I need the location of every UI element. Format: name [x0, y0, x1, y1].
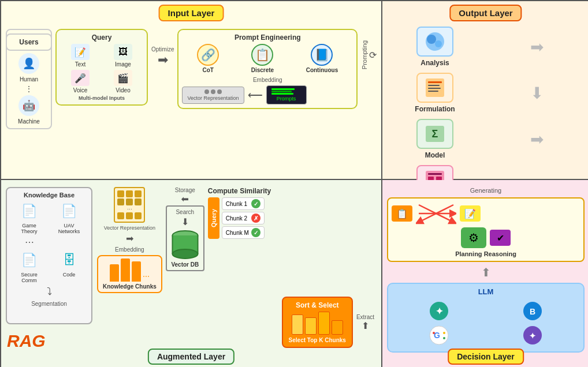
svg-text:✦: ✦: [529, 331, 536, 340]
decision-layer-panel: Decision Layer Generating 📋: [382, 180, 588, 367]
svg-point-1: [427, 35, 436, 44]
continuous-icon: 📘: [311, 44, 333, 66]
prompt-eng-box: Prompt Engineering 🔗 CoT 📋 Discrete 📘: [177, 29, 358, 109]
output-layer-panel: Output Layer Analysis ➡: [382, 1, 588, 180]
planning-icons-row: 📋: [392, 202, 580, 225]
svg-point-18: [172, 249, 198, 259]
svg-rect-5: [428, 85, 440, 86]
svg-text:B: B: [530, 307, 535, 316]
output-arrow-1: ➡: [489, 27, 585, 67]
discrete-label: Discrete: [251, 67, 274, 73]
code-icon: 🗄: [60, 250, 79, 271]
chunk-2: Chunk 2 ✗: [222, 212, 265, 224]
kb-game-theory: 📄 GameTheory: [10, 201, 48, 234]
optimize-arrow-group: Optimize ➡: [151, 29, 174, 68]
query-box: Query 📝 Text 🖼 Image 🎤 Voice: [55, 29, 148, 106]
knowledge-chunks-group: ⋯ Vector Representation ⬆ Embedding: [97, 187, 162, 293]
planning-icon-2: 📝: [460, 205, 481, 222]
planning-box: 📋: [387, 197, 585, 262]
compute-similarity-group: Compute Similarity Query Chunk 1 ✓: [208, 187, 271, 239]
output-model: Σ Model: [387, 119, 483, 159]
kb-uav-networks: 📄 UAVNetworks: [50, 201, 88, 234]
prompt-eng-title: Prompt Engineering: [182, 33, 353, 42]
kb-code: 🗄 Code: [50, 250, 88, 283]
dec-content: Generating 📋: [387, 187, 585, 342]
sort-stack: [292, 312, 343, 335]
vector-repr-input: Vector Representation: [182, 87, 244, 104]
llm-title: LLM: [392, 287, 580, 296]
query-item-text: 📝 Text: [60, 44, 101, 68]
prompts-label: Prompts: [271, 96, 302, 102]
continuous-item: 📘 Continuous: [306, 44, 338, 73]
segmentation-label: Segmentation: [31, 301, 67, 307]
text-label: Text: [75, 61, 85, 68]
query-item-image: 🖼 Image: [103, 44, 143, 68]
kc-bar-2: [121, 259, 130, 282]
output-formulation: Formulation: [387, 73, 483, 113]
sort-select-box: Sort & Select Select Top K Chunks: [282, 297, 353, 348]
voice-icon: 🎤: [71, 70, 90, 86]
vector-db-svg: [169, 229, 201, 260]
query-title: Query: [60, 33, 143, 42]
kc-bar-3: [132, 261, 141, 282]
image-label: Image: [115, 61, 131, 68]
svg-rect-4: [428, 81, 442, 83]
chunk-m-check: ✓: [251, 228, 260, 237]
machine-icon: 🤖: [18, 95, 39, 116]
output-arrow-2: ⬇: [489, 73, 585, 113]
secure-comm-label: SecureComm: [21, 272, 38, 283]
output-layer-title: Output Layer: [449, 5, 522, 21]
augmented-layer-title: Augmented Layer: [148, 349, 235, 365]
query-item-video: 🎬 Video: [103, 70, 143, 93]
prompting-container: Prompting ⟳: [361, 29, 377, 69]
secure-comm-icon: 📄: [20, 250, 39, 271]
aug-top-row: ⋯ Vector Representation ⬆ Embedding: [97, 187, 377, 293]
knowledge-chunks-box: ⋯ Knowledge Chunks: [97, 255, 162, 293]
human-label: Human: [20, 76, 38, 83]
game-theory-label: GameTheory: [21, 223, 37, 234]
kc-bars: ⋯: [110, 259, 150, 282]
query-items: 📝 Text 🖼 Image 🎤 Voice 🎬: [60, 44, 143, 93]
vector-db-group: Storage ⬆ Search ⬇: [166, 187, 204, 271]
kb-items: 📄 GameTheory 📄 UAVNetworks ⋯ 📄 SecureCom…: [10, 201, 88, 283]
uav-icon: 📄: [60, 201, 79, 222]
rag-label: RAG: [7, 331, 46, 351]
machine-label: Machine: [18, 118, 40, 125]
svg-rect-6: [428, 88, 441, 89]
discrete-icon: 📋: [251, 44, 273, 66]
chunk-m-label: Chunk M: [226, 230, 249, 236]
embedding-label-input: Embedding: [253, 77, 282, 83]
search-label: Search: [176, 209, 194, 215]
llm-icon-other: ✦: [487, 325, 578, 346]
code-label: Code: [63, 272, 76, 278]
chunk-1: Chunk 1 ✓: [222, 197, 265, 210]
cot-icon: 🔗: [197, 44, 219, 66]
seg-arrow-group: ⤵ Segmentation: [10, 286, 88, 308]
users-title: Users: [6, 33, 52, 51]
llm-icon-google: G: [394, 325, 484, 346]
llm-icon-openai: ✦: [394, 301, 484, 321]
svg-point-32: [443, 337, 445, 339]
storage-label: Storage: [175, 187, 195, 193]
model-label: Model: [425, 151, 445, 159]
planning-icon-middle: ⚙ ✔: [461, 227, 511, 248]
knowledge-base-box: Knowledge Base 📄 GameTheory 📄 UAVNetwork…: [6, 187, 92, 324]
extract-label: Extract: [356, 314, 374, 320]
vector-db-label: Vector DB: [171, 261, 199, 268]
chunk-2-check: ✗: [251, 214, 260, 223]
input-layer-panel: Input Layer Users 👤 Human ⋮ 🤖 Machine Qu…: [1, 1, 382, 180]
prompting-label: Prompting: [361, 40, 368, 69]
cot-item: 🔗 CoT: [197, 44, 219, 73]
decision-layer-title: Decision Layer: [448, 349, 524, 365]
cot-label: CoT: [202, 67, 213, 73]
human-icon: 👤: [18, 53, 39, 74]
llm-icon-bing: B: [487, 301, 578, 321]
svg-point-31: [443, 332, 445, 334]
aug-content: Knowledge Base 📄 GameTheory 📄 UAVNetwork…: [6, 187, 377, 342]
game-theory-icon: 📄: [20, 201, 39, 222]
formulation-icon: [416, 73, 453, 103]
knowledge-chunks-label: Knowledge Chunks: [103, 283, 157, 290]
analysis-icon: [416, 27, 453, 57]
planning-icon-1: 📋: [392, 205, 412, 222]
prompts-box: Prompts: [266, 85, 307, 104]
